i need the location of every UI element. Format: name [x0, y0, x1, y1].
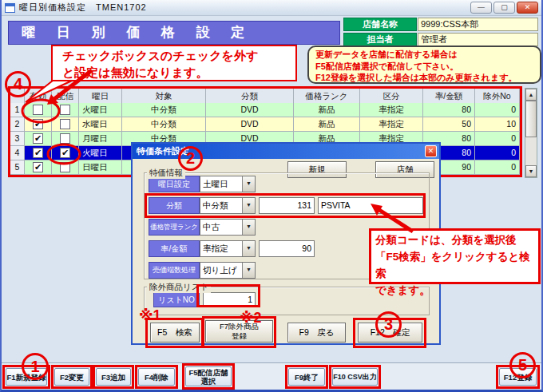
enabled-checkbox[interactable]: ✔ [25, 146, 52, 160]
note-marker-1: ※1 [139, 307, 161, 324]
highlight-f2: F2変更 [51, 365, 93, 389]
distribute-note-callout: 更新データを店舗に配信する場合は F5配信店舗選択で配信して下さい。 F12登録… [307, 46, 541, 84]
highlight-f9: F9終了 [285, 365, 328, 389]
target-cell[interactable]: 中分類 [122, 103, 206, 117]
enabled-checkbox[interactable]: ✔ [25, 117, 52, 132]
marker-2: 2 [178, 146, 203, 171]
rate-cell[interactable]: 80 [423, 103, 475, 117]
marker-1: 1 [22, 353, 49, 380]
weekday-setting-select[interactable]: 土曜日 ▼ [200, 176, 256, 192]
distribute-checkbox[interactable] [52, 117, 79, 132]
table-scrollbar[interactable]: ▲ ▼ [525, 88, 537, 178]
enabled-checkbox[interactable]: ✔ [25, 160, 52, 175]
rounding-label: 売価端数処理 [149, 262, 200, 279]
category-code-callout: 分類コードは、分類を選択後 「F5検索」をクリックすると検索 できます。 [369, 228, 541, 284]
kubun-cell[interactable]: 率指定 [360, 117, 423, 132]
exclude-cell[interactable]: 0 [475, 103, 520, 117]
enabled-checkbox[interactable] [25, 103, 52, 117]
kubun-cell[interactable]: 率指定 [360, 103, 423, 117]
exclude-cell[interactable]: 10 [475, 117, 520, 132]
category-cell[interactable]: DVD [206, 103, 294, 117]
marker-4: 4 [5, 71, 31, 97]
store-name-value: 9999:CSS本部 [418, 18, 538, 31]
f4-delete-button[interactable]: F4削除 [138, 368, 175, 386]
col-header-target: 対象 [122, 89, 206, 105]
pricerank-cell[interactable]: 新品 [294, 103, 360, 117]
highlight-category-row [145, 193, 426, 218]
marker-3: 3 [375, 311, 402, 338]
chevron-down-icon[interactable]: ▼ [242, 263, 255, 278]
highlight-f10: F10 CSV出力 [329, 365, 381, 389]
price-rank-select[interactable]: 中古 ▼ [200, 219, 256, 236]
weekday-cell[interactable]: 日曜日 [79, 160, 122, 175]
checkbox-note-callout: チェックボックスのチェックを外す と設定は無効になります。 [51, 45, 297, 81]
dialog-close-icon[interactable]: ✕ [425, 145, 437, 157]
page-title: 曜 日 別 価 格 設 定 [8, 21, 340, 45]
f9-back-button[interactable]: F9 戻る [287, 323, 346, 343]
table-row-number: 2 [10, 117, 25, 132]
chevron-down-icon[interactable]: ▼ [242, 220, 255, 235]
f9-exit-button[interactable]: F9終了 [288, 368, 325, 386]
rate-amount-label: 率/金額 [149, 240, 200, 257]
highlight-f3: F3追加 [93, 365, 134, 389]
app-window: 曜日別価格設定 TMEN1702 — ▢ ✕ 曜 日 別 価 格 設 定 店舗名… [0, 0, 543, 392]
note-marker-2: ※2 [240, 309, 262, 327]
f3-add-button[interactable]: F3追加 [96, 368, 131, 386]
table-row-number: 5 [10, 160, 25, 175]
col-header-rate: 率/金額 [423, 89, 475, 105]
category-cell[interactable]: DVD [206, 117, 294, 132]
col-header-category: 分類 [206, 89, 294, 105]
special-info-group-label: 特価情報 [147, 168, 185, 179]
weekday-cell[interactable]: 火曜日 [79, 103, 122, 117]
chevron-down-icon[interactable]: ▼ [242, 176, 255, 192]
highlight-f5-distribute: F5配信店舗 選択 [182, 363, 235, 390]
person-label: 担当者 [343, 33, 417, 46]
rate-value-field[interactable]: 90 [259, 240, 315, 257]
close-icon[interactable]: ✕ [517, 2, 538, 14]
table-row-number: 1 [10, 103, 25, 117]
window-titlebar: 曜日別価格設定 TMEN1702 — ▢ ✕ [2, 0, 541, 16]
col-header-pricerank: 価格ランク [294, 89, 360, 105]
col-header-distribute: 配信 [52, 89, 79, 105]
table-row-number: 4 [10, 146, 25, 160]
highlight-listno-field [196, 284, 260, 307]
table-row-number: 3 [10, 132, 25, 146]
marker-5: 5 [509, 352, 536, 378]
scrollbar-thumb[interactable] [525, 101, 537, 137]
enabled-checkbox[interactable]: ✔ [25, 132, 52, 146]
maximize-icon[interactable]: ▢ [493, 2, 515, 14]
col-header-kubun: 区分 [360, 89, 423, 105]
store-name-label: 店舗名称 [343, 18, 417, 31]
rate-cell[interactable]: 50 [423, 117, 475, 132]
app-icon [5, 3, 15, 13]
f10-csv-export-button[interactable]: F10 CSV出力 [332, 368, 378, 386]
weekday-cell[interactable]: 火曜日 [79, 146, 122, 160]
f2-change-button[interactable]: F2変更 [54, 368, 89, 386]
rate-type-select[interactable]: 率指定 ▼ [200, 240, 256, 257]
exclude-cell[interactable]: 0 [475, 160, 520, 175]
weekday-cell[interactable]: 水曜日 [79, 117, 122, 132]
col-header-exclude: 除外No [475, 89, 520, 105]
person-value: 管理者 [418, 33, 538, 46]
price-rank-label: 価格管理ランク [149, 219, 200, 236]
target-cell[interactable]: 中分類 [122, 117, 206, 132]
col-header-weekday: 曜日 [79, 89, 122, 105]
weekday-cell[interactable]: 月曜日 [79, 132, 122, 146]
minimize-icon[interactable]: — [470, 2, 492, 14]
scroll-up-icon[interactable]: ▲ [525, 89, 537, 101]
f5-distribute-store-button[interactable]: F5配信店舗 選択 [185, 366, 232, 386]
distribute-checkbox[interactable] [52, 103, 79, 117]
scroll-down-icon[interactable]: ▼ [525, 165, 537, 177]
distribute-checkbox[interactable] [52, 160, 79, 175]
rounding-select[interactable]: 切り上げ ▼ [200, 262, 256, 279]
distribute-checkbox[interactable]: ✔ [52, 146, 79, 160]
exclude-cell[interactable]: 0 [475, 146, 520, 160]
exclude-cell[interactable]: 0 [475, 132, 520, 146]
distribute-checkbox[interactable] [52, 132, 79, 146]
window-title: 曜日別価格設定 TMEN1702 [19, 2, 147, 14]
chevron-down-icon[interactable]: ▼ [242, 241, 255, 256]
pricerank-cell[interactable]: 新品 [294, 117, 360, 132]
list-no-label: リストNO [153, 292, 200, 307]
highlight-f4: F4削除 [135, 365, 178, 389]
